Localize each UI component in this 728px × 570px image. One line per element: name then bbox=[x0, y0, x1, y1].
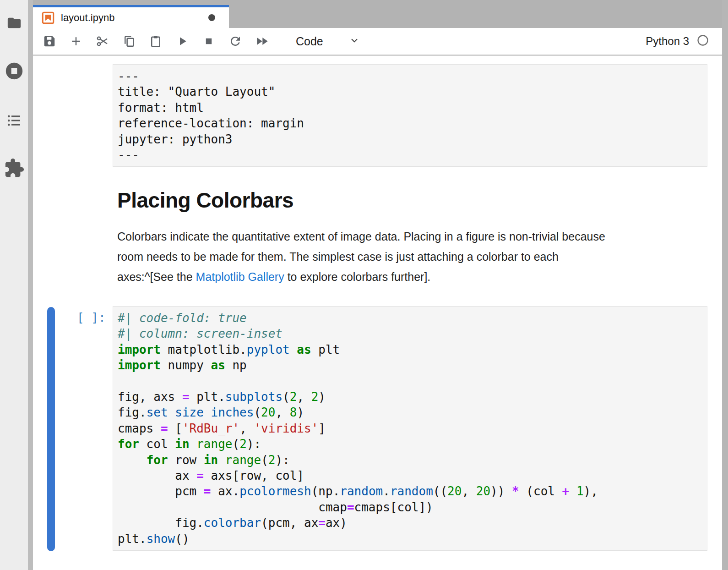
folder-icon bbox=[5, 15, 23, 31]
activity-sidebar bbox=[0, 0, 28, 570]
paragraph-line: Colorbars indicate the quantitative exte… bbox=[117, 230, 605, 243]
save-button[interactable] bbox=[38, 30, 60, 52]
code-line: for row in range(2): bbox=[118, 452, 702, 468]
code-line: cmaps = ['RdBu_r', 'viridis'] bbox=[118, 421, 702, 436]
restart-icon bbox=[228, 34, 242, 48]
cell-type-dropdown[interactable]: Code bbox=[296, 35, 360, 48]
sidebar-item-extensions[interactable] bbox=[0, 158, 28, 179]
copy-cell-button[interactable] bbox=[118, 30, 140, 52]
unsaved-changes-dot[interactable] bbox=[208, 14, 215, 21]
restart-kernel-button[interactable] bbox=[224, 30, 246, 52]
sidebar-splitter[interactable] bbox=[28, 0, 33, 570]
raw-cell-yaml[interactable]: --- title: "Quarto Layout" format: html … bbox=[113, 64, 707, 167]
notebook-panel: --- title: "Quarto Layout" format: html … bbox=[33, 56, 722, 570]
sidebar-item-running-sessions[interactable] bbox=[0, 60, 28, 82]
add-cell-button[interactable] bbox=[65, 30, 87, 52]
run-cell-button[interactable] bbox=[171, 30, 193, 52]
paste-cell-button[interactable] bbox=[145, 30, 167, 52]
table-of-contents-icon bbox=[5, 112, 23, 129]
chevron-down-icon bbox=[323, 35, 360, 48]
tab-title: layout.ipynb bbox=[61, 12, 114, 24]
code-line: fig.set_size_inches(20, 8) bbox=[118, 405, 702, 420]
code-line: cmap=cmaps[col]) bbox=[118, 499, 702, 515]
code-line: for col in range(2): bbox=[118, 436, 702, 452]
code-line: #| column: screen-inset bbox=[118, 326, 702, 341]
cut-cell-button[interactable] bbox=[92, 30, 114, 52]
fast-forward-icon bbox=[255, 34, 269, 49]
markdown-paragraph: Colorbars indicate the quantitative exte… bbox=[117, 226, 712, 287]
play-icon bbox=[175, 34, 189, 48]
code-line: plt.show() bbox=[118, 531, 702, 547]
code-line: import matplotlib.pyplot as plt bbox=[118, 342, 702, 357]
running-sessions-icon bbox=[4, 60, 25, 82]
code-line: fig, axs = plt.subplots(2, 2) bbox=[118, 389, 702, 405]
code-editor-lines[interactable]: #| code-fold: true#| column: screen-inse… bbox=[118, 310, 702, 547]
code-line: pcm = ax.pcolormesh(np.random.random((20… bbox=[118, 483, 702, 499]
matplotlib-gallery-link[interactable]: Matplotlib Gallery bbox=[196, 270, 284, 283]
puzzle-icon bbox=[4, 158, 25, 179]
raw-cell-source[interactable]: --- title: "Quarto Layout" format: html … bbox=[118, 68, 702, 163]
tab-bar: layout.ipynb bbox=[33, 0, 722, 28]
paragraph-line: to explore colorbars further]. bbox=[284, 270, 431, 283]
markdown-heading: Placing Colorbars bbox=[117, 188, 293, 213]
kernel-status-icon bbox=[696, 34, 709, 49]
cell-collapser[interactable] bbox=[47, 307, 55, 551]
code-line bbox=[118, 373, 702, 389]
paragraph-line: axes:^[See the bbox=[117, 270, 196, 283]
sidebar-item-table-of-contents[interactable] bbox=[0, 112, 28, 129]
window-right-edge bbox=[722, 0, 728, 570]
interrupt-kernel-button[interactable] bbox=[198, 30, 220, 52]
save-icon bbox=[43, 34, 56, 48]
tab-layout-ipynb[interactable]: layout.ipynb bbox=[33, 5, 229, 28]
clipboard-icon bbox=[149, 34, 163, 48]
code-line: fig.colorbar(pcm, ax=ax) bbox=[118, 515, 702, 531]
notebook-icon bbox=[41, 11, 55, 25]
scissors-icon bbox=[96, 34, 109, 48]
kernel-name: Python 3 bbox=[646, 35, 689, 48]
copy-icon bbox=[122, 34, 136, 48]
paragraph-line: room needs to be made for them. The simp… bbox=[117, 250, 559, 263]
restart-run-all-button[interactable] bbox=[251, 30, 273, 52]
cell-input-prompt: [ ]: bbox=[77, 311, 106, 324]
plus-icon bbox=[69, 34, 83, 48]
kernel-indicator[interactable]: Python 3 bbox=[646, 34, 709, 49]
code-line: #| code-fold: true bbox=[118, 310, 702, 326]
notebook-toolbar: Code Python 3 bbox=[33, 28, 722, 56]
code-line: ax = axs[row, col] bbox=[118, 468, 702, 483]
sidebar-item-file-browser[interactable] bbox=[0, 15, 28, 31]
cell-type-value: Code bbox=[296, 35, 323, 48]
stop-icon bbox=[202, 34, 216, 48]
code-line: import numpy as np bbox=[118, 357, 702, 373]
code-cell-editor[interactable]: #| code-fold: true#| column: screen-inse… bbox=[113, 306, 707, 551]
main-dock-panel: layout.ipynb bbox=[33, 0, 722, 570]
